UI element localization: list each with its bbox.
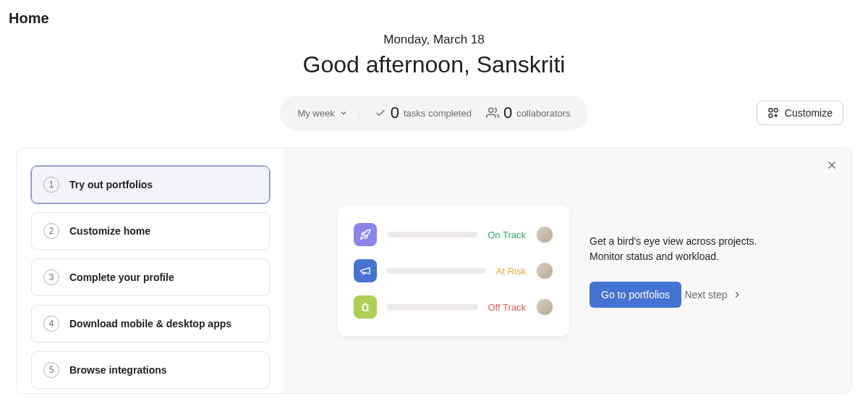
step-label: Complete your profile xyxy=(69,272,174,283)
bug-icon xyxy=(354,295,377,319)
step-number: 5 xyxy=(43,362,59,378)
my-week-label: My week xyxy=(297,108,334,119)
step-label: Download mobile & desktop apps xyxy=(69,318,231,329)
svg-rect-2 xyxy=(774,109,778,112)
step-number: 3 xyxy=(43,269,59,285)
portfolio-preview-card: On TrackAt RiskOff Track xyxy=(338,206,569,336)
step-number: 1 xyxy=(43,177,59,193)
next-step-link[interactable]: Next step xyxy=(684,289,741,300)
stats-row: My week 0 tasks completed 0 collaborator… xyxy=(0,94,868,132)
onboarding-step-1[interactable]: 1Try out portfolios xyxy=(31,166,270,203)
hero-section: Monday, March 18 Good afternoon, Sanskri… xyxy=(0,33,868,78)
avatar xyxy=(536,226,553,243)
check-icon xyxy=(375,107,386,119)
hero-date: Monday, March 18 xyxy=(0,33,868,47)
step-label: Try out portfolios xyxy=(69,179,153,190)
avatar xyxy=(536,298,553,316)
rocket-icon xyxy=(354,223,377,246)
close-icon[interactable] xyxy=(825,159,838,175)
tasks-completed-stat: 0 tasks completed xyxy=(375,105,472,121)
placeholder-bar xyxy=(387,232,477,237)
onboarding-steps-list: 1Try out portfolios2Customize home3Compl… xyxy=(17,148,284,393)
preview-row: On Track xyxy=(354,223,553,246)
tasks-completed-label: tasks completed xyxy=(404,108,472,119)
customize-button[interactable]: Customize xyxy=(757,101,843,125)
svg-rect-1 xyxy=(769,109,773,112)
status-label: On Track xyxy=(488,230,526,240)
megaphone-icon xyxy=(354,259,377,282)
onboarding-description: Get a bird's eye view across projects. M… xyxy=(590,234,785,264)
step-number: 2 xyxy=(43,223,59,239)
onboarding-step-5[interactable]: 5Browse integrations xyxy=(31,351,270,389)
hero-greeting: Good afternoon, Sanskriti xyxy=(0,51,868,78)
svg-rect-8 xyxy=(363,304,367,311)
chevron-right-icon xyxy=(732,290,742,300)
svg-point-0 xyxy=(489,108,493,112)
go-to-portfolios-button[interactable]: Go to portfolios xyxy=(590,282,681,308)
customize-label: Customize xyxy=(785,107,833,119)
status-label: Off Track xyxy=(488,302,527,313)
status-label: At Risk xyxy=(496,266,526,277)
collaborators-stat: 0 collaborators xyxy=(486,105,571,121)
placeholder-bar xyxy=(387,304,478,310)
onboarding-step-3[interactable]: 3Complete your profile xyxy=(31,258,270,296)
preview-row: At Risk xyxy=(354,259,553,282)
onboarding-step-2[interactable]: 2Customize home xyxy=(31,212,270,250)
preview-row: Off Track xyxy=(354,295,553,319)
collaborators-count: 0 xyxy=(503,105,512,121)
onboarding-card: 1Try out portfolios2Customize home3Compl… xyxy=(16,148,852,394)
page-title: Home xyxy=(0,0,868,33)
stats-pill: My week 0 tasks completed 0 collaborator… xyxy=(280,96,587,130)
svg-rect-3 xyxy=(769,114,773,117)
placeholder-bar xyxy=(387,268,486,274)
collaborators-label: collaborators xyxy=(516,108,570,119)
onboarding-step-4[interactable]: 4Download mobile & desktop apps xyxy=(31,305,270,342)
step-number: 4 xyxy=(43,316,59,332)
step-label: Browse integrations xyxy=(69,364,167,376)
my-week-dropdown[interactable]: My week xyxy=(297,108,359,119)
chevron-down-icon xyxy=(339,109,348,117)
step-label: Customize home xyxy=(69,225,150,237)
people-icon xyxy=(486,106,499,119)
tasks-completed-count: 0 xyxy=(391,105,399,121)
onboarding-detail-text: Get a bird's eye view across projects. M… xyxy=(590,234,785,308)
grid-add-icon xyxy=(767,107,779,119)
onboarding-detail: On TrackAt RiskOff Track Get a bird's ey… xyxy=(284,148,851,393)
next-step-label: Next step xyxy=(684,289,727,300)
avatar xyxy=(536,262,553,279)
